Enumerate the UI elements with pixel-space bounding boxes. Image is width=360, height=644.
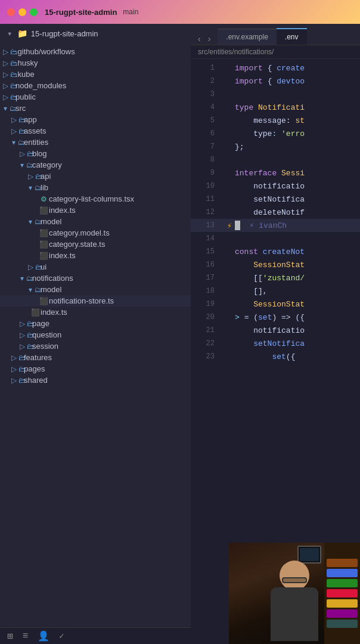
tab-back-button[interactable]: ‹	[195, 33, 203, 45]
sidebar-header: ▾ 📁 15-rugpt-site-admin	[0, 24, 191, 44]
code-line: 16 SessionStat	[191, 258, 360, 271]
folder-icon: ▾ 📁	[7, 29, 27, 39]
statusbar: ⊞ ≡ 👤 ✓	[0, 627, 191, 644]
sidebar-label: notifications	[32, 274, 191, 283]
folder-icon: ▷ 🗁	[5, 70, 15, 79]
people-icon[interactable]: 👤	[38, 630, 49, 642]
sidebar-item-assets[interactable]: ▷ 🗁 assets	[0, 125, 191, 137]
sidebar-item-node-modules[interactable]: ▷ 🗁 node_modules	[0, 80, 191, 91]
folder-icon: ▷ 🗁	[30, 172, 41, 181]
editor-panel: ‹ › .env.example .env src/entities/notif…	[191, 24, 360, 644]
sidebar-item-notif-index[interactable]: ⬛ index.ts	[0, 306, 191, 318]
sidebar-item-ui[interactable]: ▷ 🗁 ui	[0, 261, 191, 273]
sidebar-label: shared	[24, 376, 191, 385]
sidebar-item-shared[interactable]: ▷ 🗁 shared	[0, 374, 191, 386]
code-line: 4 type Notificati	[191, 101, 360, 114]
sidebar-label: model	[41, 217, 191, 226]
sidebar-label: category	[32, 160, 191, 169]
sidebar-item-notification-store[interactable]: ⬛ notification-store.ts	[0, 295, 191, 306]
ts-file-icon: ⬛	[38, 240, 49, 249]
sidebar-label: assets	[24, 126, 191, 135]
maximize-button[interactable]	[30, 8, 38, 16]
folder-icon: ▷ 🗁	[21, 331, 32, 339]
code-line: 1 import { create	[191, 61, 360, 75]
sidebar-item-app[interactable]: ▷ 🗁 app	[0, 114, 191, 125]
code-line: 11 setNotifica	[191, 193, 360, 206]
sidebar-item-category-list-columns[interactable]: ⚙ category-list-columns.tsx	[0, 193, 191, 205]
ts-file-icon: ⬛	[30, 308, 41, 317]
check-icon[interactable]: ✓	[59, 631, 64, 641]
code-line: 20 > = (set) => ({	[191, 311, 360, 324]
folder-icon: ▷ 🗁	[13, 376, 24, 385]
sidebar-label: features	[24, 353, 191, 362]
sidebar-item-lib[interactable]: ▾ 🗂 lib	[0, 182, 191, 193]
sidebar-label: pages	[24, 364, 191, 373]
sidebar-item-index-ts-lib[interactable]: ⬛ index.ts	[0, 205, 191, 216]
webcam-overlay	[229, 543, 360, 644]
tab-forward-button[interactable]: ›	[206, 33, 213, 45]
code-line: 3	[191, 88, 360, 101]
folder-icon: ▷ 🗁	[5, 93, 15, 101]
lightning-icon: ⚡	[227, 221, 232, 231]
code-line: 12 deleteNotif	[191, 206, 360, 219]
code-line: 6 type: 'erro	[191, 127, 360, 140]
tab-env-example[interactable]: .env.example	[218, 29, 276, 45]
sidebar-item-pages[interactable]: ▷ 🗁 pages	[0, 363, 191, 374]
sidebar: ▾ 📁 15-rugpt-site-admin ▷ 🗁 .github/work…	[0, 24, 191, 644]
window-title: 15-rugpt-site-admin	[45, 8, 117, 17]
person-glasses	[282, 577, 307, 583]
editor-content: 1 import { create 2 import { devtoo 3 4	[191, 59, 360, 644]
sidebar-item-category-state[interactable]: ⬛ category.state.ts	[0, 239, 191, 250]
sidebar-item-index-ts-model[interactable]: ⬛ index.ts	[0, 250, 191, 261]
sidebar-label: category-list-columns.tsx	[49, 194, 191, 203]
list-icon[interactable]: ≡	[23, 631, 29, 642]
sidebar-label: category.model.ts	[49, 228, 191, 237]
minimize-button[interactable]	[18, 8, 26, 16]
folder-open-icon: ▾ 🗂	[21, 161, 32, 169]
sidebar-item-notif-model[interactable]: ▾ 🗂 model	[0, 284, 191, 295]
sidebar-label: .husky	[15, 58, 191, 67]
code-line: 14	[191, 232, 360, 245]
sidebar-item-question[interactable]: ▷ 🗁 question	[0, 329, 191, 340]
folder-icon: ▷ 🗁	[13, 127, 24, 135]
sidebar-item-page[interactable]: ▷ 🗁 page	[0, 318, 191, 329]
sidebar-item-category-model[interactable]: ⬛ category.model.ts	[0, 227, 191, 239]
sidebar-item-entities[interactable]: ▾ 🗂 entities	[0, 137, 191, 148]
code-line-highlighted: 13 ⚡ ⚡ ivanCh	[191, 219, 360, 232]
sidebar-item-session[interactable]: ▷ 🗁 session	[0, 340, 191, 352]
ts-file-icon: ⬛	[38, 229, 49, 237]
sidebar-item-model[interactable]: ▾ 🗂 model	[0, 216, 191, 227]
sidebar-label: entities	[24, 138, 191, 147]
code-line: 2 import { devtoo	[191, 75, 360, 88]
code-line: 17 [['zustand/	[191, 271, 360, 284]
sidebar-label: index.ts	[49, 206, 191, 215]
sidebar-label: model	[41, 285, 191, 294]
tab-navigation: ‹ ›	[191, 33, 218, 45]
sidebar-item-notifications[interactable]: ▾ 🗂 notifications	[0, 273, 191, 284]
folder-icon: ▷ 🗁	[13, 354, 24, 362]
folder-open-icon: ▾ 🗂	[30, 184, 41, 192]
webcam-background	[229, 543, 360, 644]
sidebar-item-category[interactable]: ▾ 🗂 category	[0, 159, 191, 171]
sidebar-item-api[interactable]: ▷ 🗁 api	[0, 171, 191, 182]
code-line: 5 message: st	[191, 114, 360, 127]
folder-icon: ▷ 🗁	[21, 342, 32, 351]
sidebar-item-husky[interactable]: ▷ 🗁 .husky	[0, 57, 191, 69]
project-name: 15-rugpt-site-admin	[31, 29, 98, 38]
folder-icon: ▷ 🗁	[13, 365, 24, 373]
sidebar-item-src[interactable]: ▾ 🗂 src	[0, 103, 191, 114]
folder-icon: ▷ 🗁	[5, 48, 15, 56]
folder-open-icon: ▾ 🗂	[21, 274, 32, 283]
folder-icon: ▷ 🗁	[13, 116, 24, 124]
grid-icon[interactable]: ⊞	[7, 630, 13, 642]
close-button[interactable]	[7, 8, 15, 16]
sidebar-label: category.state.ts	[49, 240, 191, 249]
tab-env[interactable]: .env	[277, 28, 307, 45]
traffic-lights	[7, 8, 38, 16]
sidebar-item-public[interactable]: ▷ 🗁 public	[0, 91, 191, 103]
sidebar-item-features[interactable]: ▷ 🗁 features	[0, 352, 191, 363]
sidebar-item-blog[interactable]: ▷ 🗁 blog	[0, 148, 191, 159]
sidebar-item-github-workflows[interactable]: ▷ 🗁 .github/workflows	[0, 46, 191, 57]
sidebar-item-kube[interactable]: ▷ 🗁 .kube	[0, 69, 191, 80]
code-line: 7 };	[191, 140, 360, 153]
